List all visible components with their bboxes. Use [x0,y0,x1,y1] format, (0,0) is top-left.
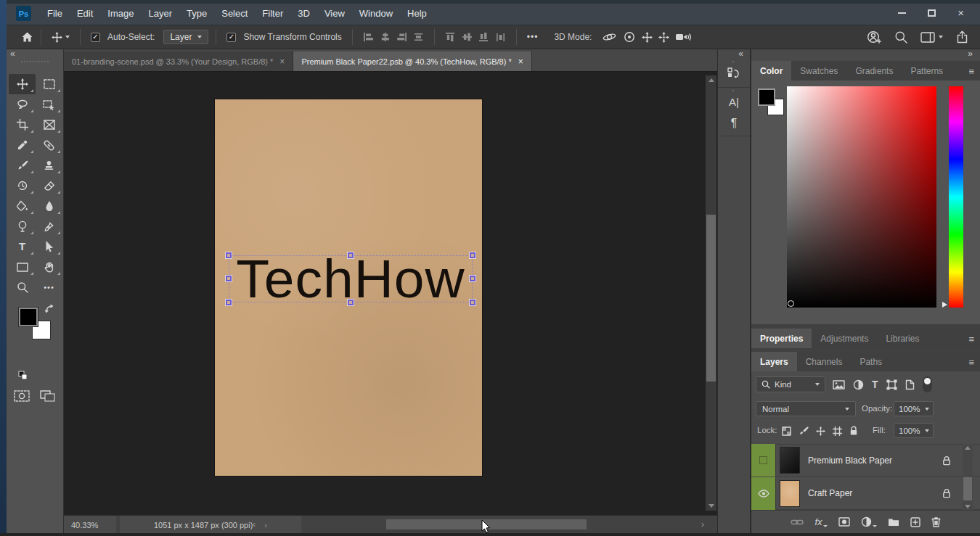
filter-adjustment-layers-button[interactable] [853,379,864,390]
menu-layer[interactable]: Layer [142,8,180,19]
close-tab-icon[interactable]: × [518,57,523,67]
fill-field[interactable]: 100% [894,423,934,438]
document-tab-inactive[interactable]: 01-branding-scene.psd @ 33.3% (Your Desi… [64,51,293,71]
menu-type[interactable]: Type [179,8,214,19]
panel-menu-icon[interactable]: ≡ [968,66,974,77]
panel-menu-icon[interactable]: ≡ [968,357,974,368]
tab-channels[interactable]: Channels [797,352,852,371]
transform-handle-top-right[interactable] [470,252,475,258]
delete-layer-button[interactable] [931,516,941,527]
transform-handle-mid-left[interactable] [226,276,232,281]
edit-toolbar-button[interactable]: ••• [36,277,62,297]
distribute-horizontal-centers-button[interactable] [495,32,506,42]
eraser-tool[interactable] [36,176,62,196]
visibility-cell[interactable] [751,477,776,510]
3d-camera-button[interactable] [675,32,692,42]
blur-tool[interactable] [36,196,62,216]
hue-slider-pointer[interactable] [942,302,947,308]
color-picker-cursor[interactable] [788,300,794,307]
paint-bucket-tool[interactable] [9,196,36,216]
tab-paths[interactable]: Paths [851,352,891,371]
brush-tool[interactable] [9,155,36,176]
canvas[interactable]: TechHow [64,72,717,515]
character-panel-button[interactable]: A| [718,96,750,108]
panel-menu-icon[interactable]: ≡ [968,334,974,345]
menu-filter[interactable]: Filter [255,8,290,19]
visibility-cell[interactable] [751,444,776,477]
toolbar-grip[interactable] [21,61,49,62]
align-top-edges-button[interactable] [445,32,456,42]
foreground-color-swatch[interactable] [19,308,38,326]
foreground-color-swatch[interactable] [758,88,775,106]
rectangular-marquee-tool[interactable] [36,74,62,94]
quick-mask-button[interactable] [14,390,30,402]
horizontal-scrollbar-thumb[interactable] [386,519,587,529]
eyedropper-tool[interactable] [9,135,36,155]
maximize-button[interactable] [928,9,936,17]
hand-tool[interactable] [36,257,62,277]
transform-handle-bottom-left[interactable] [226,300,232,305]
workspace-switcher-button[interactable] [920,32,943,43]
transform-handle-mid-right[interactable] [470,276,475,281]
tab-color[interactable]: Color [751,61,791,81]
scroll-down-arrow[interactable] [965,505,971,508]
auto-select-target-dropdown[interactable]: Layer [163,30,208,44]
filter-pixel-layers-button[interactable] [833,380,845,389]
layers-scrollbar[interactable] [963,444,973,511]
more-options-button[interactable]: ••• [527,32,539,42]
3d-orbit-button[interactable] [602,31,617,43]
tab-layers[interactable]: Layers [751,352,797,371]
vertical-scrollbar-thumb[interactable] [706,215,716,382]
new-layer-button[interactable] [910,517,920,527]
close-button[interactable]: × [957,9,964,17]
share-button[interactable] [956,30,968,44]
filter-shape-layers-button[interactable] [886,379,897,390]
screen-mode-button[interactable] [40,390,56,402]
hue-slider[interactable] [949,86,963,308]
tab-adjustments[interactable]: Adjustments [812,329,877,348]
spot-healing-brush-tool[interactable] [36,135,62,155]
show-transform-controls-checkbox[interactable]: ✓ Show Transform Controls [226,32,341,42]
align-bottom-edges-button[interactable] [478,32,489,42]
default-colors-icon[interactable] [17,370,28,380]
menu-view[interactable]: View [317,8,352,19]
menu-select[interactable]: Select [214,8,255,19]
lock-all-button[interactable] [849,426,858,436]
menu-window[interactable]: Window [352,8,400,19]
lock-artboard-button[interactable] [833,426,842,436]
scroll-up-arrow[interactable] [709,78,714,82]
transform-handle-top-left[interactable] [226,252,232,258]
align-vertical-centers-button[interactable] [462,32,473,42]
layer-name[interactable]: Craft Paper [808,488,852,498]
pen-tool[interactable] [36,216,62,236]
filter-smart-objects-button[interactable] [905,379,915,390]
layers-scrollbar-thumb[interactable] [963,477,972,500]
scroll-down-arrow[interactable] [709,504,714,508]
auto-select-checkbox[interactable]: ✓ Auto-Select: [91,32,155,42]
clone-stamp-tool[interactable] [36,155,62,176]
filter-type-layers-button[interactable]: T [872,379,878,390]
lock-transparent-pixels-button[interactable] [782,426,791,436]
layer-filtering-toggle[interactable] [923,376,932,392]
layer-name[interactable]: Premium Black Paper [808,455,892,466]
layer-effects-button[interactable]: fx [814,516,827,527]
layer-row-premium-black-paper[interactable]: Premium Black Paper [751,444,980,477]
expand-panels-button[interactable]: « [738,49,743,59]
tab-properties[interactable]: Properties [751,329,812,348]
scroll-left-arrow[interactable]: ‹ [253,519,256,529]
history-brush-tool[interactable] [9,176,36,196]
align-left-edges-button[interactable] [363,32,374,42]
swap-colors-icon[interactable] [44,304,54,314]
dodge-tool[interactable] [9,216,36,236]
lock-image-pixels-button[interactable] [799,426,809,436]
menu-help[interactable]: Help [400,8,434,19]
layer-filter-kind-dropdown[interactable]: Kind [756,376,825,392]
distribute-vertical-centers-button[interactable] [413,32,424,42]
document-tab-active[interactable]: Premium Black Paper22.psb @ 40.3% (TechH… [293,51,531,71]
minimize-button[interactable] [898,12,906,14]
opacity-field[interactable]: 100% [894,401,934,416]
3d-slide-button[interactable] [658,32,669,43]
blend-mode-dropdown[interactable]: Normal [756,401,856,416]
tab-swatches[interactable]: Swatches [791,61,846,81]
search-button[interactable] [894,30,907,44]
